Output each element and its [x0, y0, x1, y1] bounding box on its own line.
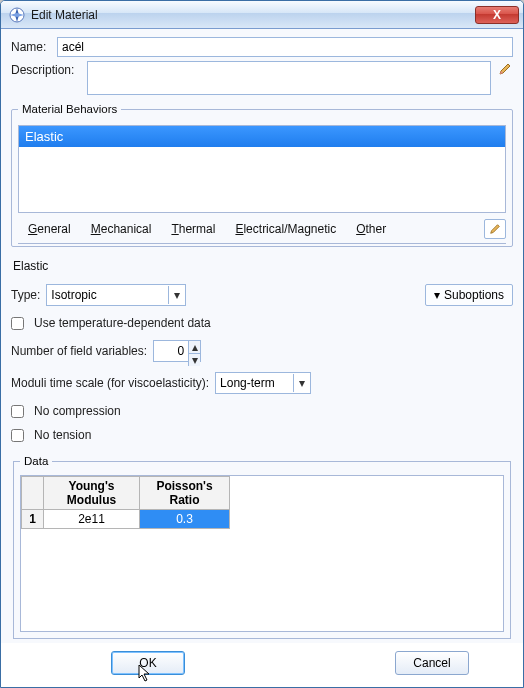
material-behaviors-legend: Material Behaviors — [18, 103, 121, 115]
no-tension-label: No tension — [34, 428, 91, 442]
behaviors-list[interactable]: Elastic — [18, 125, 506, 213]
window-close-button[interactable]: X — [475, 6, 519, 24]
elastic-heading: Elastic — [13, 259, 513, 273]
suboptions-label: Suboptions — [444, 288, 504, 302]
moduli-select[interactable]: Long-term — [215, 372, 311, 394]
behavior-item-elastic[interactable]: Elastic — [19, 126, 505, 147]
close-icon: X — [493, 8, 501, 22]
no-compression-label: No compression — [34, 404, 121, 418]
chevron-down-icon: ▾ — [192, 354, 198, 366]
data-group: Data Young's Modulus Poisson's Ratio — [13, 455, 511, 639]
no-tension-checkbox[interactable] — [11, 429, 24, 442]
chevron-up-icon: ▴ — [192, 341, 198, 353]
dialog-button-bar: OK Cancel — [1, 643, 523, 687]
edit-behavior-button[interactable] — [484, 219, 506, 239]
dialog-content: Name: Description: Material Behaviors El… — [1, 29, 523, 643]
edit-material-dialog: Edit Material X Name: Description: Mater… — [0, 0, 524, 688]
name-label: Name: — [11, 40, 51, 54]
data-legend: Data — [20, 455, 52, 467]
suboptions-button[interactable]: ▾ Suboptions — [425, 284, 513, 306]
ok-button[interactable]: OK — [111, 651, 185, 675]
cancel-button[interactable]: Cancel — [395, 651, 469, 675]
title-bar: Edit Material X — [1, 1, 523, 29]
pencil-icon — [489, 223, 501, 235]
data-table[interactable]: Young's Modulus Poisson's Ratio 1 2e11 0… — [21, 476, 230, 529]
menu-thermal[interactable]: Thermal — [161, 220, 225, 238]
description-input[interactable] — [87, 61, 491, 95]
pencil-icon — [498, 62, 512, 76]
no-compression-checkbox[interactable] — [11, 405, 24, 418]
type-label: Type: — [11, 288, 40, 302]
field-variables-label: Number of field variables: — [11, 344, 147, 358]
chevron-down-icon: ▾ — [434, 288, 440, 302]
use-temperature-label: Use temperature-dependent data — [34, 316, 211, 330]
type-select[interactable]: Isotropic — [46, 284, 186, 306]
moduli-label: Moduli time scale (for viscoelasticity): — [11, 376, 209, 390]
menu-mechanical[interactable]: Mechanical — [81, 220, 162, 238]
row-index: 1 — [22, 510, 44, 529]
menu-electrical[interactable]: Electrical/Magnetic — [225, 220, 346, 238]
data-table-container: Young's Modulus Poisson's Ratio 1 2e11 0… — [20, 475, 504, 632]
menu-other[interactable]: Other — [346, 220, 396, 238]
table-corner — [22, 477, 44, 510]
col-poissons-ratio[interactable]: Poisson's Ratio — [140, 477, 230, 510]
name-input[interactable] — [57, 37, 513, 57]
material-behaviors-group: Material Behaviors Elastic General Mecha… — [11, 103, 513, 247]
description-label: Description: — [11, 61, 81, 77]
behavior-menu-bar: General Mechanical Thermal Electrical/Ma… — [18, 219, 506, 244]
edit-description-button[interactable] — [497, 61, 513, 77]
use-temperature-checkbox[interactable] — [11, 317, 24, 330]
col-youngs-modulus[interactable]: Young's Modulus — [44, 477, 140, 510]
app-icon — [9, 7, 25, 23]
spin-down-button[interactable]: ▾ — [188, 354, 200, 366]
cell-youngs-modulus[interactable]: 2e11 — [44, 510, 140, 529]
window-title: Edit Material — [31, 8, 475, 22]
menu-general[interactable]: General — [18, 220, 81, 238]
cell-poissons-ratio[interactable]: 0.3 — [140, 510, 230, 529]
table-row[interactable]: 1 2e11 0.3 — [22, 510, 230, 529]
